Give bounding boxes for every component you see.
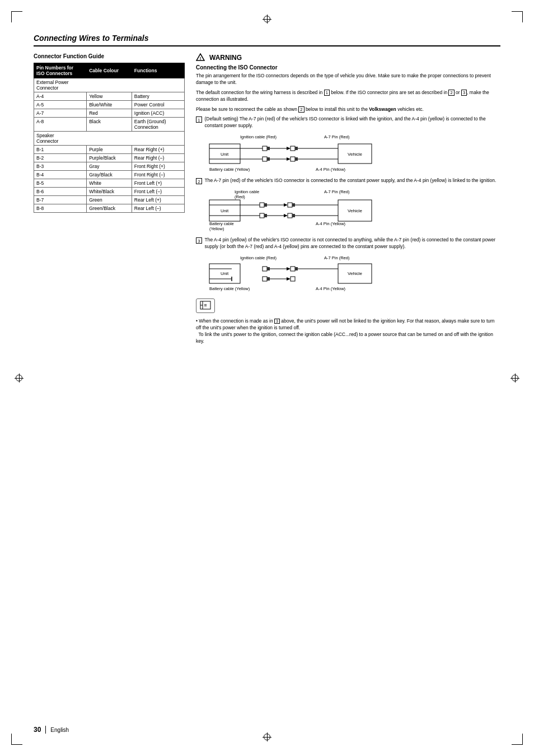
table-row: A-4YellowBattery [34, 92, 185, 101]
note-icon-box: ≡ [196, 298, 215, 313]
numbered-item-1: 1 (Default setting) The A-7 pin (red) of… [196, 116, 500, 173]
page-separator [45, 726, 46, 734]
svg-rect-45 [264, 214, 267, 217]
svg-text:A-4 Pin (Yellow): A-4 Pin (Yellow) [316, 221, 346, 226]
svg-rect-37 [264, 203, 267, 207]
svg-text:Ignition cable: Ignition cable [235, 189, 259, 194]
svg-rect-21 [291, 157, 295, 161]
svg-text:A-4 Pin (Yellow): A-4 Pin (Yellow) [316, 167, 346, 172]
svg-text:Unit: Unit [221, 152, 229, 157]
svg-marker-20 [287, 157, 291, 161]
svg-rect-17 [263, 157, 267, 161]
table-row: B-7GreenRear Left (+) [34, 196, 185, 204]
warning-icon: ! [196, 53, 205, 62]
svg-text:Unit: Unit [221, 208, 229, 213]
svg-rect-48 [288, 213, 292, 218]
diagram-svg-1: Ignition cable (Red) A-7 Pin (Red) Unit … [204, 133, 377, 172]
corner-mark-bl [11, 734, 22, 745]
svg-rect-9 [263, 146, 267, 151]
para-1: The pin arrangement for the ISO connecto… [196, 73, 500, 86]
warning-header: ! WARNING [196, 53, 500, 62]
svg-text:Ignition cable (Red): Ignition cable (Red) [240, 255, 277, 260]
table-row: B-3GrayFront Right (+) [34, 162, 185, 171]
svg-text:Vehicle: Vehicle [348, 208, 362, 213]
crosshair-bottom [263, 732, 271, 741]
note-section: ≡ • When the connection is made as in 3 … [196, 298, 500, 345]
corner-mark-tr [512, 11, 523, 22]
table-row: A-7RedIgnition (ACC) [34, 109, 185, 118]
svg-text:Vehicle: Vehicle [348, 152, 362, 157]
item-text-2: The A-7 pin (red) of the vehicle's ISO c… [205, 178, 500, 184]
svg-text:≡: ≡ [204, 302, 207, 308]
svg-text:(Yellow): (Yellow) [209, 226, 224, 231]
col-header-pin: Pin Numbers forISO Connectors [34, 63, 87, 78]
table-row: B-2Purple/BlackRear Right (–) [34, 154, 185, 162]
svg-text:Ignition cable (Red): Ignition cable (Red) [240, 134, 277, 139]
svg-rect-62 [267, 267, 270, 270]
crosshair-left [15, 374, 24, 382]
diagram-3: Ignition cable (Red) A-7 Pin (Red) Unit … [196, 254, 500, 294]
note-bullet-1: • When the connection is made as in 3 ab… [196, 318, 500, 345]
svg-text:A-4 Pin (Yellow): A-4 Pin (Yellow) [316, 286, 346, 291]
item-num-3: 3 [196, 237, 202, 244]
svg-text:Vehicle: Vehicle [348, 271, 362, 276]
item-text-1: (Default setting) The A-7 pin (red) of t… [205, 116, 500, 129]
table-row: B-6White/BlackFront Left (–) [34, 188, 185, 196]
page: Connecting Wires to Terminals Connector … [0, 0, 534, 756]
table-row: A-8BlackEarth (Ground)Connection [34, 118, 185, 132]
svg-rect-22 [295, 157, 298, 161]
svg-rect-69 [267, 277, 270, 281]
svg-text:Battery cable (Yellow): Battery cable (Yellow) [209, 286, 250, 291]
para-3: Please be sure to reconnect the cable as… [196, 106, 500, 113]
svg-rect-13 [291, 146, 295, 151]
svg-marker-64 [287, 267, 291, 270]
svg-rect-66 [295, 267, 298, 270]
page-title: Connecting Wires to Terminals [34, 34, 500, 46]
svg-rect-44 [260, 213, 264, 218]
svg-marker-47 [284, 214, 288, 217]
page-number-area: 30 English [34, 726, 69, 734]
item-num-1: 1 [196, 116, 202, 123]
svg-text:A-7 Pin (Red): A-7 Pin (Red) [324, 189, 350, 194]
svg-rect-18 [267, 157, 270, 161]
item-num-2: 2 [196, 178, 202, 184]
right-column: ! WARNING Connecting the ISO Connector T… [196, 53, 500, 345]
svg-rect-72 [291, 277, 295, 281]
svg-text:(Red): (Red) [235, 194, 245, 199]
diagram-1: Ignition cable (Red) A-7 Pin (Red) Unit … [196, 133, 500, 173]
svg-rect-40 [288, 203, 292, 207]
corner-mark-br [512, 734, 523, 745]
svg-marker-71 [287, 277, 291, 281]
diagram-svg-2: Ignition cable (Red) A-7 Pin (Red) Unit … [204, 188, 377, 231]
svg-text:Battery cable (Yellow): Battery cable (Yellow) [209, 167, 250, 172]
svg-text:A-7 Pin (Red): A-7 Pin (Red) [324, 255, 350, 260]
table-row: B-8Green/BlackRear Left (–) [34, 204, 185, 213]
iso-connector-title: Connecting the ISO Connector [196, 64, 500, 71]
item-text-3: The A-4 pin (yellow) of the vehicle's IS… [205, 237, 500, 250]
svg-rect-49 [292, 214, 295, 217]
table-row: B-4Gray/BlackFront Right (–) [34, 171, 185, 179]
svg-rect-36 [260, 203, 264, 207]
connector-table: Pin Numbers forISO Connectors Cable Colo… [34, 63, 185, 213]
diagram-svg-3: Ignition cable (Red) A-7 Pin (Red) Unit … [204, 254, 377, 293]
table-row: B-5WhiteFront Left (+) [34, 179, 185, 188]
svg-rect-68 [263, 277, 267, 281]
svg-text:Battery cable: Battery cable [209, 221, 234, 226]
svg-rect-10 [267, 147, 270, 150]
para-2: The default connection for the wiring ha… [196, 90, 500, 103]
crosshair-right [510, 374, 519, 382]
corner-mark-tl [11, 11, 22, 22]
svg-marker-12 [287, 147, 291, 150]
diagram-2: Ignition cable (Red) A-7 Pin (Red) Unit … [196, 188, 500, 232]
svg-text:A-7 Pin (Red): A-7 Pin (Red) [324, 134, 350, 139]
page-number: 30 [34, 726, 41, 734]
col-header-color: Cable Colour [87, 63, 132, 78]
crosshair-top [263, 15, 271, 24]
svg-text:Unit: Unit [221, 271, 229, 276]
svg-rect-61 [263, 267, 267, 271]
table-row: B-1PurpleRear Right (+) [34, 146, 185, 154]
content-area: Connector Function Guide Pin Numbers for… [34, 53, 500, 345]
table-row: SpeakerConnector [34, 132, 185, 146]
svg-rect-41 [292, 203, 295, 207]
svg-text:!: ! [200, 56, 202, 61]
